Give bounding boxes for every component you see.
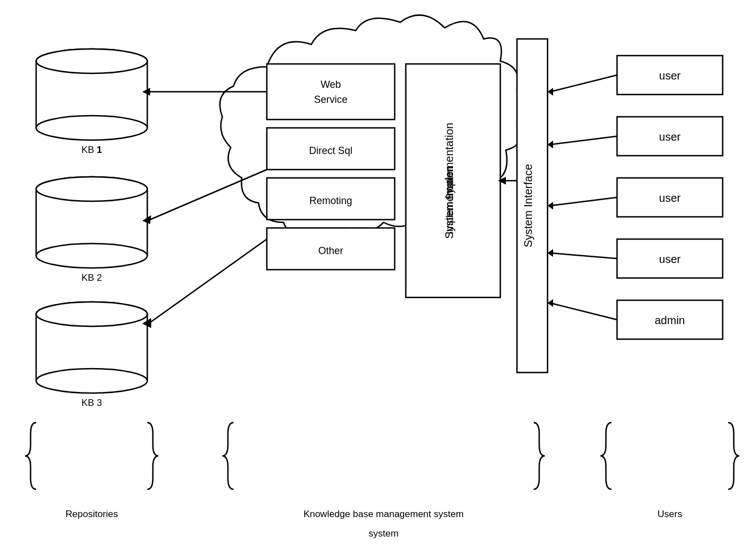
users-label: Users xyxy=(658,509,682,519)
repositories-label: Repositories xyxy=(66,509,118,519)
diagram-container: KB 1 KB 2 KB 3 Repositories Web Service … xyxy=(0,0,756,556)
kbms-label: Knowledge base management system xyxy=(304,509,464,519)
user1-label: user xyxy=(659,70,681,82)
kb1-label: KB 1 xyxy=(82,145,102,155)
svg-point-11 xyxy=(36,302,147,326)
kb3-label: KB 3 xyxy=(82,398,102,408)
svg-line-33 xyxy=(550,197,617,206)
user4-label: user xyxy=(659,253,681,265)
svg-marker-32 xyxy=(548,141,553,148)
kbms-label2: system xyxy=(369,528,399,539)
web-service-label2: Service xyxy=(314,94,347,105)
kb2-label: KB 2 xyxy=(82,272,102,283)
svg-line-22 xyxy=(150,239,267,322)
user2-label: user xyxy=(659,131,681,143)
svg-marker-34 xyxy=(548,202,553,210)
svg-point-3 xyxy=(36,49,147,73)
svg-point-10 xyxy=(36,369,147,393)
svg-line-35 xyxy=(550,253,617,259)
svg-line-37 xyxy=(550,303,617,320)
svg-point-2 xyxy=(36,116,147,140)
svg-line-29 xyxy=(550,75,617,92)
direct-sql-label: Direct Sql xyxy=(309,145,352,156)
user3-label: user xyxy=(659,192,681,204)
sys-impl-text: System Implementation xyxy=(443,123,455,239)
system-interface-label: System Interface xyxy=(522,164,534,247)
remoting-label: Remoting xyxy=(309,195,352,206)
web-service-label: Web xyxy=(321,79,341,90)
svg-rect-12 xyxy=(267,64,395,120)
svg-point-7 xyxy=(36,177,147,201)
svg-marker-30 xyxy=(548,88,553,96)
admin-label: admin xyxy=(655,314,685,326)
svg-marker-36 xyxy=(548,249,553,257)
other-label: Other xyxy=(318,245,343,256)
svg-line-31 xyxy=(550,136,617,145)
svg-marker-38 xyxy=(548,299,553,307)
svg-point-6 xyxy=(36,244,147,268)
